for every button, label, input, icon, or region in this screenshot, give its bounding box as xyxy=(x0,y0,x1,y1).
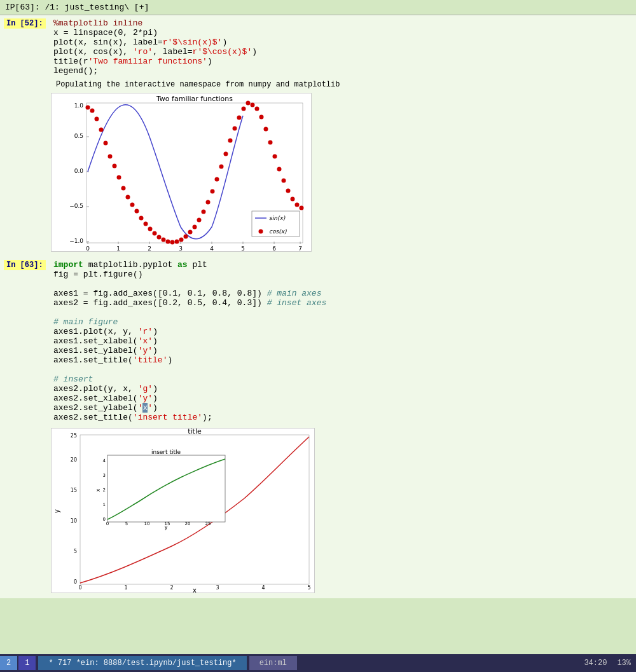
inset-ylabel: x xyxy=(95,488,101,491)
code-line: axes2 = fig.add_axes([0.2, 0.5, 0.4, 0.3… xyxy=(53,298,633,308)
svg-text:15: 15 xyxy=(165,521,170,526)
svg-point-33 xyxy=(117,175,121,180)
svg-text:4: 4 xyxy=(103,458,106,463)
status-position: 34:20 xyxy=(584,659,607,668)
svg-text:2: 2 xyxy=(148,245,151,252)
code-line: plot(x, cos(x), 'ro', label=r'$\cos(x)$'… xyxy=(53,47,633,57)
svg-point-69 xyxy=(277,167,282,172)
cell-1-code[interactable]: %matplotlib inline x = linspace(0, 2*pi)… xyxy=(51,17,636,78)
svg-text:4: 4 xyxy=(261,585,265,591)
svg-text:15: 15 xyxy=(71,488,77,493)
svg-text:25: 25 xyxy=(205,521,211,526)
svg-text:0: 0 xyxy=(106,521,109,526)
svg-point-42 xyxy=(157,235,162,240)
svg-point-71 xyxy=(286,189,291,193)
svg-text:0: 0 xyxy=(103,517,106,522)
prompt-in-63: In [63]: xyxy=(4,260,46,270)
svg-text:5: 5 xyxy=(307,585,310,591)
svg-point-57 xyxy=(224,152,228,156)
svg-point-72 xyxy=(291,197,295,202)
svg-text:2: 2 xyxy=(103,488,106,493)
plot-2-svg: title y x 0 5 10 15 20 25 0 1 2 3 4 5 xyxy=(51,428,315,593)
code-line: %matplotlib inline xyxy=(53,18,633,28)
status-num-2: 2 xyxy=(0,656,17,670)
code-line: import matplotlib.pyplot as plt xyxy=(53,260,633,270)
code-line: axes1 = fig.add_axes([0.1, 0.1, 0.8, 0.8… xyxy=(53,289,633,298)
cos-legend-dot xyxy=(259,230,263,234)
svg-text:10: 10 xyxy=(144,521,150,526)
svg-text:2: 2 xyxy=(170,585,173,591)
code-line: axes1.set_title('title') xyxy=(53,355,633,365)
svg-point-41 xyxy=(153,231,157,236)
svg-text:1: 1 xyxy=(103,502,106,507)
svg-text:0.5: 0.5 xyxy=(74,133,83,139)
svg-text:3: 3 xyxy=(216,585,219,591)
plot1-title: Two familiar functions xyxy=(156,95,233,103)
svg-point-32 xyxy=(113,164,117,168)
cell-1: In [52]: %matplotlib inline x = linspace… xyxy=(0,15,636,79)
svg-text:6: 6 xyxy=(272,245,276,252)
svg-point-34 xyxy=(121,186,126,191)
svg-point-53 xyxy=(206,200,211,205)
code-line: fig = plt.figure() xyxy=(53,270,633,279)
svg-point-36 xyxy=(130,203,135,207)
code-line: axes2.set_title('insert title'); xyxy=(53,413,633,422)
title-text: IP[63]: /1: just_testing\ [+] xyxy=(5,3,149,12)
svg-text:25: 25 xyxy=(71,433,77,439)
svg-text:20: 20 xyxy=(71,457,77,463)
svg-point-56 xyxy=(219,165,224,169)
svg-point-37 xyxy=(135,209,139,214)
svg-point-40 xyxy=(148,227,153,231)
code-line xyxy=(53,365,633,374)
cell-2-prompt: In [63]: xyxy=(0,258,51,424)
svg-point-65 xyxy=(259,115,264,120)
svg-point-30 xyxy=(104,141,108,146)
status-mode: ein:ml xyxy=(249,656,297,670)
code-line: axes2.plot(y, x, 'g') xyxy=(53,384,633,394)
code-line xyxy=(53,308,633,317)
svg-point-39 xyxy=(144,222,148,226)
svg-text:0: 0 xyxy=(86,245,90,252)
status-right: 34:20 13% xyxy=(584,659,636,668)
svg-point-35 xyxy=(126,195,130,200)
svg-point-31 xyxy=(108,154,113,159)
svg-text:4: 4 xyxy=(210,245,214,252)
plot2-ylabel: y xyxy=(53,509,60,513)
svg-point-74 xyxy=(300,206,304,210)
svg-point-58 xyxy=(228,139,233,143)
svg-point-68 xyxy=(273,154,277,159)
status-cell-count: 717 xyxy=(58,659,72,668)
svg-point-46 xyxy=(175,240,179,244)
svg-text:1.0: 1.0 xyxy=(74,102,84,109)
svg-text:−1.0: −1.0 xyxy=(69,238,83,244)
svg-point-64 xyxy=(255,107,259,111)
cell-2-code[interactable]: import matplotlib.pyplot as plt fig = pl… xyxy=(51,258,636,424)
svg-point-67 xyxy=(268,141,273,145)
plot-1-container: Two familiar functions −1.0 −0.5 0.0 0.5… xyxy=(51,93,636,254)
code-line: x = linspace(0, 2*pi) xyxy=(53,28,633,38)
cell-1-prompt: In [52]: xyxy=(0,17,51,78)
status-percent: 13% xyxy=(617,659,631,668)
sin-legend-label: sin(x) xyxy=(269,215,286,221)
svg-point-28 xyxy=(95,117,99,121)
title-bar: IP[63]: /1: just_testing\ [+] xyxy=(0,0,636,15)
code-line: title(r'Two familiar functions') xyxy=(53,57,633,66)
svg-point-66 xyxy=(264,127,268,132)
svg-text:5: 5 xyxy=(125,521,128,526)
plot2-main-title: title xyxy=(188,428,202,435)
code-line: plot(x, sin(x), label=r'$\sin(x)$') xyxy=(53,38,633,47)
svg-point-54 xyxy=(211,189,215,194)
svg-point-43 xyxy=(162,238,166,242)
code-line: axes2.set_ylabel('x') xyxy=(53,403,633,413)
svg-point-52 xyxy=(202,210,206,214)
svg-text:5: 5 xyxy=(241,245,245,252)
svg-text:0: 0 xyxy=(74,579,77,585)
svg-point-59 xyxy=(233,127,237,131)
svg-point-48 xyxy=(184,235,188,239)
svg-point-45 xyxy=(170,240,175,245)
svg-text:0.0: 0.0 xyxy=(74,168,84,174)
plot-2-container: title y x 0 5 10 15 20 25 0 1 2 3 4 5 xyxy=(51,428,636,596)
code-line: axes2.set_xlabel('y') xyxy=(53,394,633,403)
plot-1-svg: Two familiar functions −1.0 −0.5 0.0 0.5… xyxy=(51,93,312,252)
prompt-in-52: In [52]: xyxy=(4,18,46,29)
